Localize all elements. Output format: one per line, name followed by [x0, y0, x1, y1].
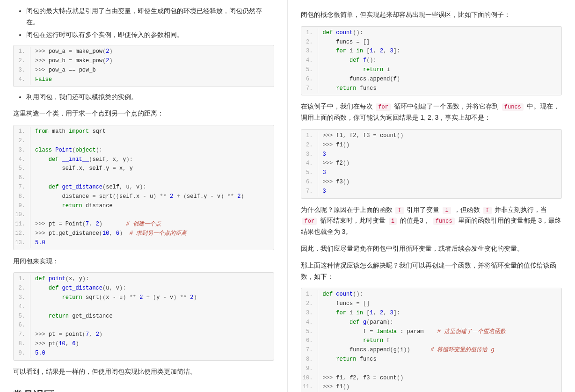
code-line: 4. [14, 303, 274, 312]
line-number: 6. [14, 174, 30, 183]
code-line: 10.>>> f1, f2, f3 = count() [301, 374, 562, 383]
line-number: 3. [301, 47, 318, 56]
code-line: 3.3 [301, 150, 562, 160]
code-content [30, 303, 274, 312]
line-number: 1. [14, 275, 30, 284]
line-number: 10. [14, 211, 30, 220]
line-number: 4. [14, 155, 30, 165]
line-number: 2. [301, 38, 318, 47]
code-content: 3 [318, 168, 562, 178]
line-number: 7. [301, 346, 318, 355]
code-content: return i [318, 65, 562, 75]
code-content: return funcs [318, 355, 562, 364]
code-content: 3 [318, 187, 562, 196]
code-line: 13.5.0 [14, 239, 274, 248]
line-number: 2. [301, 299, 318, 309]
code-content: for i in [1, 2, 3]: [318, 47, 562, 56]
line-number: 6. [301, 75, 318, 84]
paragraph: 可以看到，结果是一样的，但使用闭包实现比使用类更加简洁。 [13, 366, 274, 377]
paragraph: 那上面这种情况应该怎么解决呢？我们可以再创建一个函数，并将循环变量的值传给该函数… [301, 260, 562, 283]
code-content: return funcs [318, 84, 562, 94]
code-line: 5. return get_distance [14, 312, 274, 321]
line-number: 6. [14, 321, 30, 330]
code-line: 5.3 [301, 168, 562, 178]
code-line: 7.>>> pt = point(7, 2) [14, 330, 274, 340]
left-column: 闭包的最大特点就是引用了自由变量，即使生成闭包的环境已经释放，闭包仍然存在。 闭… [0, 0, 288, 392]
line-number: 1. [301, 131, 318, 141]
code-line: 3. return sqrt((x - u) ** 2 + (y - v) **… [14, 293, 274, 303]
text: 引用了变量 [405, 206, 442, 213]
code-line: 4. def g(param): [301, 318, 562, 327]
code-line: 1.def count(): [301, 290, 562, 299]
code-block-point-closure: 1.def point(x, y):2. def get_distance(u,… [13, 272, 274, 360]
code-content: 5.0 [30, 349, 274, 358]
code-line: 6. funcs.append(f) [301, 75, 562, 84]
code-block-count-fixed: 1.def count():2. funcs = []3. for i in [… [301, 288, 562, 392]
paragraph: 这里构造一个类，用于求一个点到另一个点的距离： [13, 108, 274, 119]
code-line: 3. for i in [1, 2, 3]: [301, 47, 562, 56]
line-number: 9. [301, 364, 318, 374]
inline-code: for [302, 218, 317, 225]
code-content: def count(): [318, 29, 562, 38]
code-line: 9. return distance [14, 202, 274, 211]
code-content: f = lambda : param # 这里创建了一个匿名函数 [318, 327, 562, 337]
code-content: False [30, 75, 274, 85]
line-number: 7. [14, 330, 30, 340]
code-line: 7. return funcs [301, 84, 562, 94]
code-block-pow: 1.>>> pow_a = make_pow(2)2.>>> pow_b = m… [13, 45, 274, 87]
code-line: 1.>>> f1, f2, f3 = count() [301, 131, 562, 141]
line-number: 1. [14, 47, 30, 57]
paragraph: 为什么呢？原因在于上面的函数 f 引用了变量 i ，但函数 f 并非立刻执行，当… [301, 204, 562, 238]
code-content [30, 211, 274, 220]
code-line: 2.>>> f1() [301, 141, 562, 150]
code-line: 5. f = lambda : param # 这里创建了一个匿名函数 [301, 327, 562, 337]
line-number: 9. [14, 349, 30, 358]
code-line: 6. [14, 321, 274, 330]
line-number: 8. [14, 192, 30, 202]
line-number: 8. [301, 355, 318, 364]
paragraph: 用闭包来实现： [13, 256, 274, 267]
line-number: 3. [301, 309, 318, 318]
line-number: 5. [14, 312, 30, 321]
line-number: 3. [301, 150, 318, 160]
code-line: 6. return f [301, 336, 562, 346]
inline-code: f [483, 207, 491, 214]
code-line: 8. return funcs [301, 355, 562, 364]
list-item: 闭包在运行时可以有多个实例，即使传入的参数相同。 [26, 29, 274, 41]
line-number: 3. [14, 293, 30, 303]
line-number: 1. [14, 127, 30, 137]
code-content: >>> pt(10, 6) [30, 340, 274, 349]
inline-code: i [389, 218, 397, 225]
line-number: 2. [14, 284, 30, 293]
line-number: 12. [14, 229, 30, 239]
code-line: 5. return i [301, 65, 562, 75]
code-content: >>> f1, f2, f3 = count() [318, 374, 562, 383]
code-content: >>> pt.get_distance(10, 6) # 求到另一个点的距离 [30, 229, 274, 239]
line-number: 5. [14, 164, 30, 174]
code-line: 9. [301, 364, 562, 374]
text: 循环结束时，此时变量 [318, 217, 387, 224]
code-line: 4.False [14, 75, 274, 85]
line-number: 10. [301, 374, 318, 383]
text: 在该例子中，我们在每次 [301, 102, 375, 110]
code-content [30, 321, 274, 330]
code-line: 9.5.0 [14, 349, 274, 358]
code-block-count-bad: 1.def count():2. funcs = []3. for i in [… [301, 26, 562, 96]
code-line: 2.>>> pow_b = make_pow(2) [14, 57, 274, 66]
line-number: 6. [301, 336, 318, 346]
text: 的值是3， [398, 217, 432, 224]
line-number: 4. [301, 318, 318, 327]
code-content: return get_distance [30, 312, 274, 321]
code-content: return sqrt((x - u) ** 2 + (y - v) ** 2) [30, 293, 274, 303]
line-number: 5. [301, 327, 318, 337]
inline-code: funcs [502, 103, 524, 111]
line-number: 3. [14, 146, 30, 155]
code-line: 1.from math import sqrt [14, 127, 274, 137]
code-content [318, 364, 562, 374]
code-content: def __init__(self, x, y): [30, 155, 274, 165]
code-line: 12.>>> pt.get_distance(10, 6) # 求到另一个点的距… [14, 229, 274, 239]
code-line: 1.def point(x, y): [14, 275, 274, 284]
text: 为什么呢？原因在于上面的函数 [301, 206, 394, 213]
code-content: def point(x, y): [30, 275, 274, 284]
code-content [30, 137, 274, 146]
